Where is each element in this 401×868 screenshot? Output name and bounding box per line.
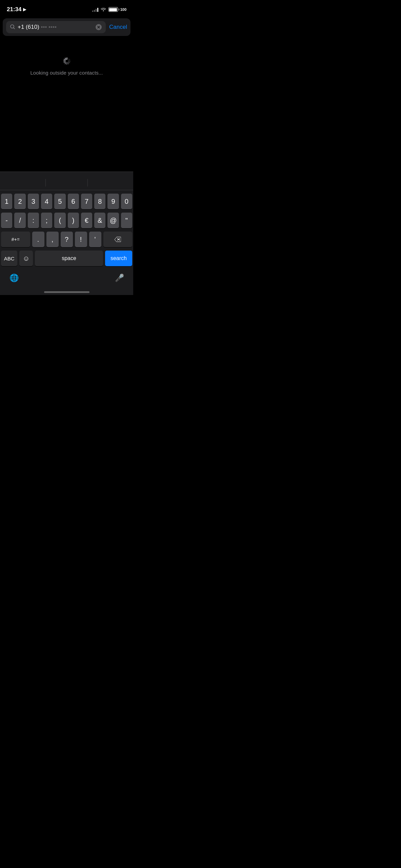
mic-key[interactable]: 🎤 [112, 271, 126, 285]
key-period[interactable]: . [32, 232, 44, 247]
loading-indicator: Looking outside your contacts... [30, 56, 103, 76]
wifi-icon [101, 7, 106, 12]
keyboard-row-bottom: ABC ☺ space search [0, 251, 133, 266]
key-close-paren[interactable]: ) [68, 213, 79, 228]
search-input-blurred: ••• •••• [41, 24, 57, 30]
key-8[interactable]: 8 [94, 194, 105, 209]
keyboard-row-numbers: 1 2 3 4 5 6 7 8 9 0 [0, 194, 133, 209]
home-indicator-wrap [0, 289, 133, 295]
key-question[interactable]: ? [61, 232, 73, 247]
key-open-paren[interactable]: ( [54, 213, 65, 228]
clear-search-button[interactable] [96, 24, 102, 30]
key-1[interactable]: 1 [1, 194, 12, 209]
keyboard[interactable]: 1 2 3 4 5 6 7 8 9 0 - / : ; ( ) € & @ " … [0, 172, 133, 295]
spinner [62, 56, 71, 66]
key-9[interactable]: 9 [107, 194, 119, 209]
cancel-button[interactable]: Cancel [106, 24, 127, 31]
search-input[interactable]: +1 (610) ••• •••• [18, 24, 93, 31]
search-area: +1 (610) ••• •••• Cancel [3, 18, 131, 36]
battery-tip [119, 8, 119, 11]
key-semicolon[interactable]: ; [41, 213, 52, 228]
key-quote[interactable]: " [121, 213, 132, 228]
battery-indicator: 100 [108, 7, 126, 12]
status-right-icons: 100 [92, 7, 126, 12]
key-slash[interactable]: / [14, 213, 25, 228]
key-6[interactable]: 6 [68, 194, 79, 209]
battery-body [108, 7, 118, 12]
key-3[interactable]: 3 [28, 194, 39, 209]
main-content: Looking outside your contacts... [0, 36, 133, 172]
signal-bars [92, 7, 98, 12]
keyboard-bottom-bar: 🌐 🎤 [0, 270, 133, 289]
home-indicator [44, 291, 89, 293]
keyboard-row-misc: #+= . , ? ! ' [0, 232, 133, 247]
key-7[interactable]: 7 [81, 194, 92, 209]
loading-text: Looking outside your contacts... [30, 70, 103, 76]
candidate-bar [0, 175, 133, 190]
status-bar: 21:34 ▶ 100 [0, 0, 133, 17]
key-0[interactable]: 0 [121, 194, 132, 209]
key-hashtag-mode[interactable]: #+= [1, 232, 30, 247]
key-at[interactable]: @ [107, 213, 119, 228]
key-comma[interactable]: , [46, 232, 59, 247]
battery-fill [109, 8, 117, 11]
key-search[interactable]: search [105, 251, 132, 266]
battery-label: 100 [120, 7, 126, 12]
key-space[interactable]: space [35, 251, 103, 266]
candidate-divider [45, 179, 46, 186]
search-bar: +1 (610) ••• •••• [6, 21, 106, 33]
content-area: Looking outside your contacts... [0, 36, 133, 76]
key-4[interactable]: 4 [41, 194, 52, 209]
key-emoji[interactable]: ☺ [19, 251, 33, 266]
svg-line-1 [14, 28, 15, 29]
search-input-value: +1 (610) [18, 24, 39, 30]
keyboard-row-symbols: - / : ; ( ) € & @ " [0, 213, 133, 228]
key-ampersand[interactable]: & [94, 213, 105, 228]
key-5[interactable]: 5 [54, 194, 65, 209]
key-2[interactable]: 2 [14, 194, 25, 209]
key-delete[interactable] [103, 232, 133, 247]
search-icon [10, 24, 15, 30]
status-time: 21:34 ▶ [7, 6, 26, 13]
key-apostrophe[interactable]: ' [89, 232, 101, 247]
key-dash[interactable]: - [1, 213, 12, 228]
time-display: 21:34 [7, 6, 21, 13]
key-euro[interactable]: € [81, 213, 92, 228]
key-colon[interactable]: : [28, 213, 39, 228]
globe-key[interactable]: 🌐 [7, 271, 21, 285]
candidate-divider-2 [87, 179, 88, 186]
location-icon: ▶ [23, 7, 26, 12]
key-exclaim[interactable]: ! [75, 232, 87, 247]
key-abc[interactable]: ABC [1, 251, 17, 266]
